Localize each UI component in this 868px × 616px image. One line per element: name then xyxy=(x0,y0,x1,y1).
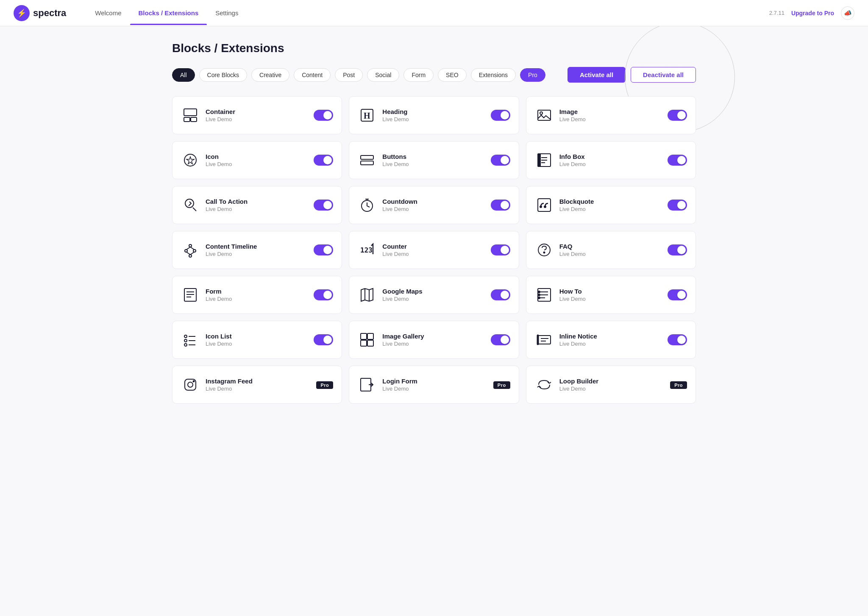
gallery-name: Image Gallery xyxy=(382,333,484,340)
buttons-toggle[interactable] xyxy=(491,155,510,166)
infobox-name: Info Box xyxy=(559,153,662,160)
svg-line-28 xyxy=(190,247,194,250)
maps-info: Google Maps Live Demo xyxy=(382,288,484,302)
nav-links: Welcome Blocks / Extensions Settings xyxy=(86,1,769,25)
block-card-howto: How To Live Demo xyxy=(526,276,696,314)
gallery-toggle[interactable] xyxy=(491,334,510,345)
svg-point-25 xyxy=(193,250,196,252)
heading-name: Heading xyxy=(382,108,484,115)
timeline-toggle[interactable] xyxy=(314,244,333,255)
upgrade-to-pro-link[interactable]: Upgrade to Pro xyxy=(791,10,834,17)
blockquote-name: Blockquote xyxy=(559,198,662,205)
loginform-pro-badge: Pro xyxy=(493,381,510,389)
loop-toggle[interactable]: Pro xyxy=(670,381,687,388)
top-nav: ⚡ spectra Welcome Blocks / Extensions Se… xyxy=(0,0,868,26)
svg-point-26 xyxy=(189,255,192,257)
blockquote-info: Blockquote Live Demo xyxy=(559,198,662,212)
filter-creative[interactable]: Creative xyxy=(251,68,289,82)
counter-demo: Live Demo xyxy=(382,251,484,257)
gallery-icon xyxy=(358,330,376,349)
image-info: Image Live Demo xyxy=(559,108,662,122)
heading-icon: H xyxy=(358,106,376,125)
icon-toggle[interactable] xyxy=(314,155,333,166)
container-toggle[interactable] xyxy=(314,110,333,121)
svg-point-51 xyxy=(184,344,187,346)
nav-blocks-extensions[interactable]: Blocks / Extensions xyxy=(130,1,207,25)
loginform-icon xyxy=(358,375,376,394)
icon-demo: Live Demo xyxy=(206,161,308,167)
svg-rect-57 xyxy=(538,336,551,344)
filter-extensions[interactable]: Extensions xyxy=(471,68,516,82)
form-toggle[interactable] xyxy=(314,289,333,300)
iconlist-toggle[interactable] xyxy=(314,334,333,345)
svg-point-23 xyxy=(189,244,192,247)
blockquote-toggle[interactable] xyxy=(668,200,687,211)
faq-icon xyxy=(535,241,554,259)
loop-name: Loop Builder xyxy=(559,377,665,385)
nav-settings[interactable]: Settings xyxy=(207,1,247,25)
gallery-info: Image Gallery Live Demo xyxy=(382,333,484,347)
block-card-cta: Call To Action Live Demo xyxy=(172,186,342,224)
maps-icon xyxy=(358,286,376,304)
block-card-loop: Loop Builder Live Demo Pro xyxy=(526,366,696,404)
filter-social[interactable]: Social xyxy=(367,68,399,82)
buttons-info: Buttons Live Demo xyxy=(382,153,484,167)
logo-area: ⚡ spectra xyxy=(14,5,66,21)
block-card-blockquote: Blockquote Live Demo xyxy=(526,186,696,224)
buttons-demo: Live Demo xyxy=(382,161,484,167)
instagram-toggle[interactable]: Pro xyxy=(316,381,333,388)
blockquote-demo: Live Demo xyxy=(559,206,662,212)
countdown-toggle[interactable] xyxy=(491,200,510,211)
container-icon xyxy=(181,106,200,125)
maps-name: Google Maps xyxy=(382,288,484,295)
nav-welcome[interactable]: Welcome xyxy=(86,1,130,25)
svg-rect-2 xyxy=(191,117,197,122)
infobox-toggle[interactable] xyxy=(668,155,687,166)
action-buttons: Activate all Deactivate all xyxy=(568,67,696,83)
counter-info: Counter Live Demo xyxy=(382,243,484,257)
form-name: Form xyxy=(206,288,308,295)
svg-line-27 xyxy=(186,247,190,250)
heading-toggle[interactable] xyxy=(491,110,510,121)
filter-pro[interactable]: Pro xyxy=(520,68,545,82)
filter-core-blocks[interactable]: Core Blocks xyxy=(199,68,247,82)
notice-name: Inline Notice xyxy=(559,333,662,340)
filter-form[interactable]: Form xyxy=(403,68,434,82)
svg-point-21 xyxy=(540,206,542,208)
notice-toggle[interactable] xyxy=(668,334,687,345)
announcement-icon[interactable]: 📣 xyxy=(841,6,854,20)
filter-content[interactable]: Content xyxy=(294,68,331,82)
block-card-notice: Inline Notice Live Demo xyxy=(526,321,696,359)
version-badge: 2.7.11 xyxy=(769,10,785,16)
block-card-image: Image Live Demo xyxy=(526,96,696,134)
svg-point-22 xyxy=(544,206,546,208)
block-card-timeline: Content Timeline Live Demo xyxy=(172,231,342,269)
filter-seo[interactable]: SEO xyxy=(438,68,467,82)
svg-point-62 xyxy=(188,382,193,387)
heading-info: Heading Live Demo xyxy=(382,108,484,122)
timeline-demo: Live Demo xyxy=(206,251,308,257)
counter-name: Counter xyxy=(382,243,484,250)
svg-marker-8 xyxy=(186,157,194,164)
filter-all[interactable]: All xyxy=(172,68,195,82)
svg-point-44 xyxy=(538,291,540,293)
cta-demo: Live Demo xyxy=(206,206,308,212)
filter-post[interactable]: Post xyxy=(335,68,363,82)
loginform-toggle[interactable]: Pro xyxy=(493,381,510,388)
svg-rect-9 xyxy=(361,155,373,159)
maps-toggle[interactable] xyxy=(491,289,510,300)
howto-toggle[interactable] xyxy=(668,289,687,300)
countdown-info: Countdown Live Demo xyxy=(382,198,484,212)
svg-text:123: 123 xyxy=(360,246,373,254)
svg-text:H: H xyxy=(364,111,370,120)
counter-toggle[interactable] xyxy=(491,244,510,255)
image-toggle[interactable] xyxy=(668,110,687,121)
cta-toggle[interactable] xyxy=(314,200,333,211)
faq-toggle[interactable] xyxy=(668,244,687,255)
svg-rect-54 xyxy=(367,333,373,339)
activate-all-button[interactable]: Activate all xyxy=(568,67,626,83)
countdown-name: Countdown xyxy=(382,198,484,205)
deactivate-all-button[interactable]: Deactivate all xyxy=(631,67,696,83)
svg-point-24 xyxy=(185,250,187,252)
svg-point-16 xyxy=(185,199,194,208)
